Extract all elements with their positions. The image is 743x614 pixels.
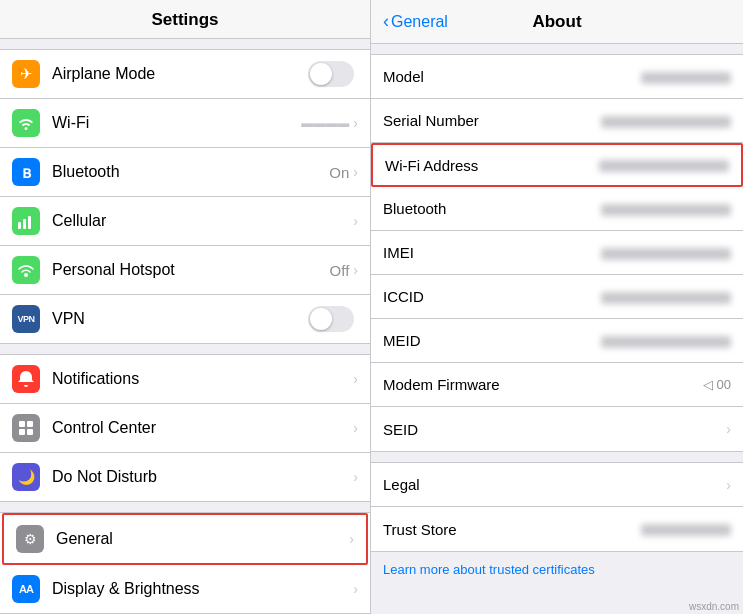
control-center-row[interactable]: Control Center › <box>0 404 370 453</box>
notifications-icon <box>12 365 40 393</box>
dnd-label: Do Not Disturb <box>52 468 353 486</box>
modem-row: Modem Firmware ◁ 00 <box>371 363 743 407</box>
bluetooth-row[interactable]: ʙ Bluetooth On › <box>0 148 370 197</box>
hotspot-value: Off <box>330 262 350 279</box>
iccid-row: ICCID <box>371 275 743 319</box>
imei-value <box>601 245 731 260</box>
serial-label: Serial Number <box>383 112 601 129</box>
legal-chevron: › <box>726 477 731 493</box>
notifications-label: Notifications <box>52 370 353 388</box>
notifications-chevron: › <box>353 371 358 387</box>
imei-label: IMEI <box>383 244 601 261</box>
system-group: Notifications › Control Center › 🌙 Do No… <box>0 354 370 502</box>
wifi-address-label: Wi-Fi Address <box>385 157 599 174</box>
display-icon: AA <box>12 575 40 603</box>
cellular-row[interactable]: Cellular › <box>0 197 370 246</box>
airplane-icon: ✈ <box>12 60 40 88</box>
hotspot-row[interactable]: Personal Hotspot Off › <box>0 246 370 295</box>
cellular-icon <box>12 207 40 235</box>
model-label: Model <box>383 68 641 85</box>
about-panel: ‹ General About Model Serial Number Wi-F… <box>370 0 743 614</box>
about-bluetooth-value <box>601 201 731 216</box>
device-info-group: Model Serial Number Wi-Fi Address Blueto… <box>371 54 743 452</box>
trust-label: Trust Store <box>383 521 641 538</box>
display-row[interactable]: AA Display & Brightness › <box>0 565 370 613</box>
svg-rect-2 <box>28 216 31 229</box>
trusted-certs-link[interactable]: Learn more about trusted certificates <box>371 552 743 587</box>
airplane-label: Airplane Mode <box>52 65 308 83</box>
settings-panel: Settings ✈ Airplane Mode Wi-Fi ▬▬▬▬ › ʙ … <box>0 0 370 614</box>
legal-group: Legal › Trust Store <box>371 462 743 552</box>
settings-header: Settings <box>0 0 370 39</box>
wifi-address-row: Wi-Fi Address <box>371 143 743 187</box>
dnd-icon: 🌙 <box>12 463 40 491</box>
svg-rect-1 <box>23 219 26 229</box>
dnd-row[interactable]: 🌙 Do Not Disturb › <box>0 453 370 501</box>
svg-rect-5 <box>27 421 33 427</box>
about-title: About <box>532 12 581 32</box>
svg-rect-7 <box>27 429 33 435</box>
vpn-row[interactable]: VPN VPN <box>0 295 370 343</box>
airplane-toggle[interactable] <box>308 61 354 87</box>
hotspot-label: Personal Hotspot <box>52 261 330 279</box>
wifi-chevron: › <box>353 115 358 131</box>
display-label: Display & Brightness <box>52 580 353 598</box>
vpn-toggle[interactable] <box>308 306 354 332</box>
svg-point-3 <box>24 273 28 277</box>
wifi-value: ▬▬▬▬ <box>301 116 349 130</box>
bluetooth-value: On <box>329 164 349 181</box>
general-row[interactable]: ⚙ General › <box>2 513 368 565</box>
control-icon <box>12 414 40 442</box>
control-chevron: › <box>353 420 358 436</box>
seid-label: SEID <box>383 421 722 438</box>
cellular-label: Cellular <box>52 212 353 230</box>
legal-row[interactable]: Legal › <box>371 463 743 507</box>
imei-row: IMEI <box>371 231 743 275</box>
general-icon: ⚙ <box>16 525 44 553</box>
iccid-label: ICCID <box>383 288 601 305</box>
vpn-icon: VPN <box>12 305 40 333</box>
dnd-chevron: › <box>353 469 358 485</box>
back-chevron-icon: ‹ <box>383 11 389 32</box>
notifications-row[interactable]: Notifications › <box>0 355 370 404</box>
general-label: General <box>56 530 349 548</box>
serial-row: Serial Number <box>371 99 743 143</box>
modem-label: Modem Firmware <box>383 376 703 393</box>
bluetooth-icon: ʙ <box>12 158 40 186</box>
settings-title: Settings <box>151 10 218 29</box>
wifi-address-value <box>599 158 729 173</box>
svg-rect-4 <box>19 421 25 427</box>
seid-chevron: › <box>726 421 731 437</box>
iccid-value <box>601 289 731 304</box>
back-label: General <box>391 13 448 31</box>
back-button[interactable]: ‹ General <box>383 11 448 32</box>
modem-value: ◁ 00 <box>703 377 731 392</box>
trust-row: Trust Store <box>371 507 743 551</box>
vpn-label: VPN <box>52 310 308 328</box>
hotspot-chevron: › <box>353 262 358 278</box>
about-header: ‹ General About <box>371 0 743 44</box>
link-label: Learn more about trusted certificates <box>383 562 595 577</box>
cellular-chevron: › <box>353 213 358 229</box>
control-label: Control Center <box>52 419 353 437</box>
watermark: wsxdn.com <box>689 601 739 612</box>
bluetooth-chevron: › <box>353 164 358 180</box>
meid-value <box>601 333 731 348</box>
wifi-row[interactable]: Wi-Fi ▬▬▬▬ › <box>0 99 370 148</box>
about-content: Model Serial Number Wi-Fi Address Blueto… <box>371 44 743 614</box>
hotspot-icon <box>12 256 40 284</box>
seid-row[interactable]: SEID › <box>371 407 743 451</box>
wifi-label: Wi-Fi <box>52 114 301 132</box>
model-row: Model <box>371 55 743 99</box>
svg-rect-6 <box>19 429 25 435</box>
airplane-mode-row[interactable]: ✈ Airplane Mode <box>0 50 370 99</box>
meid-label: MEID <box>383 332 601 349</box>
trust-value <box>641 522 731 537</box>
general-chevron: › <box>349 531 354 547</box>
bluetooth-label: Bluetooth <box>52 163 329 181</box>
about-bluetooth-label: Bluetooth <box>383 200 601 217</box>
connectivity-group: ✈ Airplane Mode Wi-Fi ▬▬▬▬ › ʙ Bluetooth… <box>0 49 370 344</box>
legal-label: Legal <box>383 476 722 493</box>
display-chevron: › <box>353 581 358 597</box>
general-group: ⚙ General › AA Display & Brightness › <box>0 512 370 614</box>
